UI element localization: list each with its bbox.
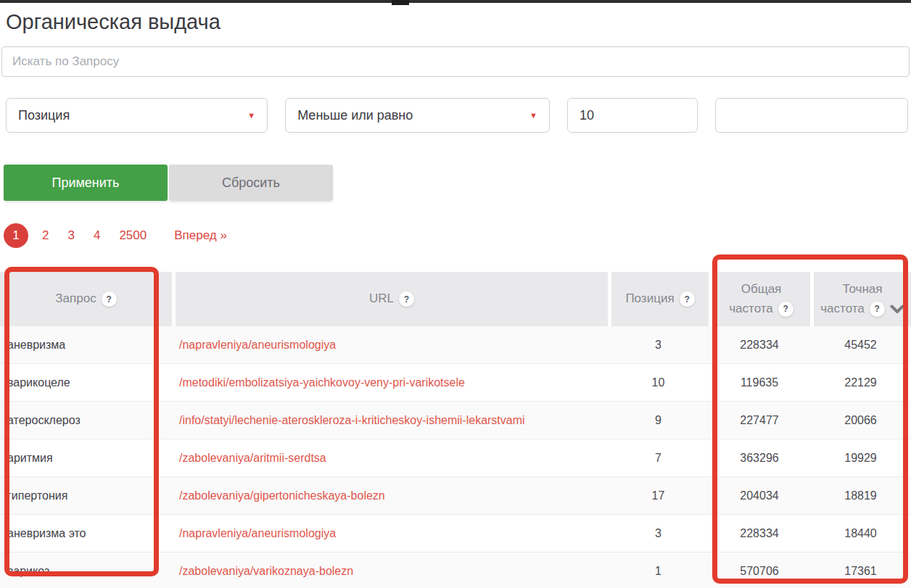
help-icon[interactable]: ? (102, 291, 117, 307)
exact-frequency-cell: 22129 (810, 364, 911, 401)
total-frequency-cell: 119635 (709, 364, 810, 401)
column-header-url[interactable]: URL? (172, 272, 608, 326)
column-header-query[interactable]: Запрос? (0, 272, 172, 326)
query-cell: гипертония (0, 477, 172, 514)
caret-down-icon: ▼ (529, 112, 537, 120)
column-label: Запрос (55, 291, 96, 305)
url-cell: /info/statyi/lechenie-ateroskleroza-i-kr… (172, 402, 608, 439)
filter-actions: Применить Сбросить (4, 165, 911, 201)
column-header-exact-frequency[interactable]: Точная частота? (810, 272, 911, 326)
url-link[interactable]: /zabolevaniya/varikoznaya-bolezn (179, 565, 353, 578)
help-icon[interactable]: ? (870, 302, 885, 317)
pagination-page-2[interactable]: 2 (33, 228, 58, 243)
position-cell: 3 (608, 326, 709, 363)
filter-operator-value: Меньше или равно (297, 108, 413, 123)
top-border-notch (392, 0, 409, 5)
query-cell: аневризма это (0, 515, 172, 552)
caret-down-icon: ▼ (247, 112, 255, 120)
filter-extra-input[interactable] (715, 98, 908, 133)
total-frequency-cell: 228334 (709, 326, 810, 363)
organic-results-page: Органическая выдача Позиция ▼ Меньше или… (0, 0, 911, 588)
position-cell: 10 (608, 364, 709, 401)
position-cell: 1 (608, 552, 709, 588)
table-row: атеросклероз /info/statyi/lechenie-atero… (0, 402, 911, 439)
url-cell: /metodiki/embolizatsiya-yaichkovoy-veny-… (172, 364, 608, 401)
url-link[interactable]: /napravleniya/aneurismologiya (179, 339, 336, 352)
url-cell: /zabolevaniya/aritmii-serdtsa (172, 439, 608, 476)
column-label: URL (369, 291, 394, 305)
filter-row: Позиция ▼ Меньше или равно ▼ (6, 98, 908, 133)
pagination-next-link[interactable]: Вперед » (165, 228, 236, 243)
pagination: 1 2 3 4 2500 Вперед » (4, 221, 911, 250)
table-header: Запрос? URL? Позиция? Общая частота? (0, 272, 911, 326)
top-border (0, 0, 911, 3)
column-label: Общая частота (729, 282, 781, 315)
column-header-position[interactable]: Позиция? (608, 272, 709, 326)
apply-button[interactable]: Применить (4, 165, 168, 201)
pagination-current-page[interactable]: 1 (4, 223, 28, 248)
query-cell: варикоцеле (0, 364, 172, 401)
url-cell: /zabolevaniya/gipertonicheskaya-bolezn (172, 477, 608, 514)
chevron-down-icon[interactable] (890, 305, 904, 314)
position-cell: 9 (608, 402, 709, 439)
total-frequency-cell: 570706 (709, 552, 810, 588)
table-row: варикоцеле /metodiki/embolizatsiya-yaich… (0, 364, 911, 402)
url-link[interactable]: /zabolevaniya/aritmii-serdtsa (179, 452, 326, 465)
table-row: аневризма /napravleniya/aneurismologiya … (0, 326, 911, 364)
page-title: Органическая выдача (6, 9, 911, 35)
table-row: аневризма это /napravleniya/aneurismolog… (0, 515, 911, 552)
total-frequency-cell: 363296 (709, 439, 810, 476)
position-cell: 17 (608, 477, 709, 514)
total-frequency-cell: 227477 (709, 402, 810, 439)
url-cell: /zabolevaniya/varikoznaya-bolezn (172, 552, 608, 588)
exact-frequency-cell: 45452 (810, 326, 911, 363)
table-body: аневризма /napravleniya/aneurismologiya … (0, 326, 911, 588)
table-row: аритмия /zabolevaniya/aritmii-serdtsa 7 … (0, 439, 911, 477)
pagination-page-3[interactable]: 3 (58, 228, 83, 243)
query-cell: атеросклероз (0, 402, 172, 439)
organic-results-table: Запрос? URL? Позиция? Общая частота? (0, 272, 911, 588)
filter-field-value: Позиция (18, 108, 70, 123)
column-label: Позиция (625, 291, 674, 305)
exact-frequency-cell: 19929 (810, 439, 911, 476)
column-header-total-frequency[interactable]: Общая частота? (709, 272, 810, 326)
exact-frequency-cell: 18819 (810, 477, 911, 514)
pagination-page-last[interactable]: 2500 (110, 228, 156, 243)
position-cell: 3 (608, 515, 709, 552)
pagination-page-4[interactable]: 4 (84, 228, 110, 243)
reset-button[interactable]: Сбросить (169, 165, 333, 201)
query-cell: варикоз (0, 552, 172, 588)
search-input[interactable] (1, 46, 910, 77)
help-icon[interactable]: ? (399, 291, 414, 307)
url-link[interactable]: /zabolevaniya/gipertonicheskaya-bolezn (179, 489, 385, 502)
position-cell: 7 (608, 439, 709, 476)
url-link[interactable]: /metodiki/embolizatsiya-yaichkovoy-veny-… (179, 376, 465, 389)
exact-frequency-cell: 20066 (810, 402, 911, 439)
table-row: варикоз /zabolevaniya/varikoznaya-bolezn… (0, 552, 911, 588)
filter-field-select[interactable]: Позиция ▼ (6, 98, 268, 133)
url-cell: /napravleniya/aneurismologiya (172, 515, 608, 552)
exact-frequency-cell: 18440 (810, 515, 911, 552)
help-icon[interactable]: ? (680, 291, 695, 307)
filter-value-input[interactable] (567, 98, 698, 133)
table-row: гипертония /zabolevaniya/gipertonicheska… (0, 477, 911, 515)
query-cell: аритмия (0, 439, 172, 476)
url-link[interactable]: /napravleniya/aneurismologiya (179, 527, 336, 540)
help-icon[interactable]: ? (778, 302, 793, 317)
url-cell: /napravleniya/aneurismologiya (172, 326, 608, 363)
total-frequency-cell: 228334 (709, 515, 810, 552)
total-frequency-cell: 204034 (709, 477, 810, 514)
query-cell: аневризма (0, 326, 172, 363)
filter-operator-select[interactable]: Меньше или равно ▼ (285, 98, 550, 133)
url-link[interactable]: /info/statyi/lechenie-ateroskleroza-i-kr… (179, 414, 525, 427)
exact-frequency-cell: 17361 (810, 552, 911, 588)
